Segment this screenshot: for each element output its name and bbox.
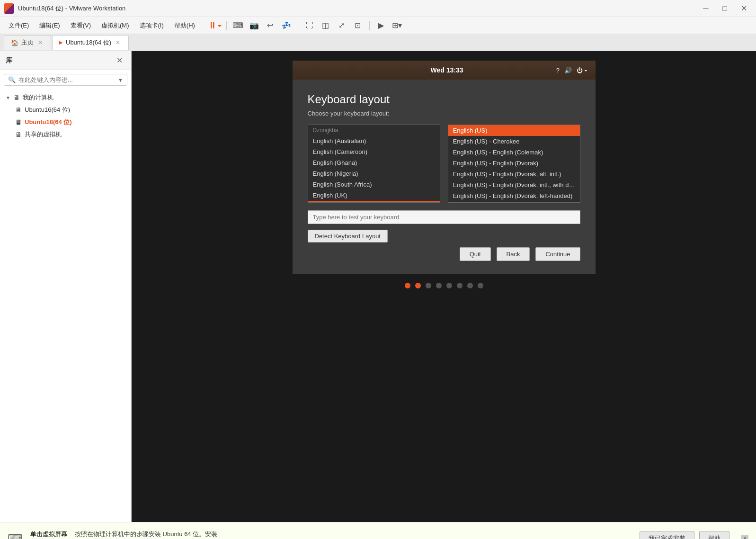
- keyboard-subtitle: Choose your keyboard layout:: [308, 110, 580, 117]
- tree-ubuntu18[interactable]: 🖥 Ubuntu18(64 位): [0, 116, 131, 128]
- snapshot-icon[interactable]: 📷: [248, 19, 261, 32]
- power-icon: ⏻ ▾: [577, 67, 588, 74]
- tab-bar: 🏠 主页 ✕ ▶ Ubuntu18(64 位) ✕: [0, 34, 756, 51]
- dot-7: [467, 283, 473, 288]
- continue-button[interactable]: Continue: [535, 247, 580, 261]
- separator3: [369, 21, 370, 30]
- tab-ubuntu18-close[interactable]: ✕: [114, 39, 122, 46]
- maximize-button[interactable]: □: [716, 2, 733, 15]
- sidebar-title: 库: [6, 56, 12, 65]
- list-item-english-gh[interactable]: English (Ghana): [308, 157, 440, 168]
- list-item-dzongkha[interactable]: Dzongkha: [308, 125, 440, 135]
- right-item-dvorak-right[interactable]: English (US) - English (Dvorak, right-ha…: [448, 201, 580, 203]
- bottom-actions: 我已完成安装 帮助: [640, 531, 729, 539]
- menu-view[interactable]: 查看(V): [66, 19, 96, 32]
- dot-5: [446, 283, 452, 288]
- quit-button[interactable]: Quit: [460, 247, 491, 261]
- ubuntu-body: Keyboard layout Choose your keyboard lay…: [293, 80, 596, 274]
- fullscreen-icon[interactable]: ⛶: [303, 19, 316, 32]
- pause-icon[interactable]: ⏸▾: [208, 19, 222, 32]
- search-input[interactable]: [18, 76, 115, 83]
- list-item-english-au[interactable]: English (Australian): [308, 135, 440, 146]
- sidebar: 库 ✕ 🔍 ▼ ▼ 🖥 我的计算机 🖥 Ubuntu16(64 位) 🖥 Ubu…: [0, 51, 132, 522]
- tree-shared-label: 共享的虚拟机: [25, 130, 62, 139]
- vm-icon: ▶: [59, 40, 63, 45]
- tab-ubuntu18[interactable]: ▶ Ubuntu18(64 位) ✕: [52, 35, 129, 50]
- vm-icon-ubuntu16: 🖥: [15, 106, 22, 114]
- workspace: 库 ✕ 🔍 ▼ ▼ 🖥 我的计算机 🖥 Ubuntu16(64 位) 🖥 Ubu…: [0, 51, 756, 522]
- ubuntu-window: Wed 13:33 ? 🔊 ⏻ ▾ Keyboard layout Choose…: [293, 61, 596, 297]
- extra-icon[interactable]: ⊞▾: [391, 19, 404, 32]
- search-bar: 🔍 ▼: [4, 74, 127, 86]
- dot-1: [405, 283, 410, 288]
- tab-home-label: 主页: [21, 38, 34, 47]
- menu-tab[interactable]: 选项卡(I): [135, 19, 169, 32]
- tree-ubuntu18-label: Ubuntu18(64 位): [25, 118, 72, 126]
- tree-shared-vm[interactable]: 🖥 共享的虚拟机: [0, 128, 131, 141]
- detect-keyboard-button[interactable]: Detect Keyboard Layout: [308, 230, 388, 243]
- shrink-icon[interactable]: ⊡: [351, 19, 365, 32]
- back-button[interactable]: Back: [497, 247, 530, 261]
- tree-my-computer[interactable]: ▼ 🖥 我的计算机: [0, 91, 131, 104]
- right-item-dvorak-alt[interactable]: English (US) - English (Dvorak, alt. int…: [448, 169, 580, 180]
- vm-content[interactable]: Wed 13:33 ? 🔊 ⏻ ▾ Keyboard layout Choose…: [132, 51, 756, 522]
- library-tree: ▼ 🖥 我的计算机 🖥 Ubuntu16(64 位) 🖥 Ubuntu18(64…: [0, 90, 131, 522]
- right-item-cherokee[interactable]: English (US) - Cherokee: [448, 136, 580, 147]
- right-item-dvorak-intl[interactable]: English (US) - English (Dvorak, intl., w…: [448, 180, 580, 190]
- sidebar-close-button[interactable]: ✕: [114, 55, 125, 66]
- hint-line1: 单击虚拟屏幕: [30, 530, 67, 539]
- revert-icon[interactable]: ↩: [264, 19, 277, 32]
- menu-help[interactable]: 帮助(H): [169, 19, 200, 32]
- tab-ubuntu18-label: Ubuntu18(64 位): [66, 38, 111, 47]
- sidebar-header: 库 ✕: [0, 51, 131, 70]
- keyboard-action-buttons: Quit Back Continue: [308, 247, 580, 261]
- right-item-english-us[interactable]: English (US): [448, 125, 580, 136]
- title-controls: ─ □ ✕: [697, 2, 752, 15]
- tree-expand-arrow: ▼: [6, 95, 10, 100]
- close-button[interactable]: ✕: [735, 2, 752, 15]
- keyboard-lists: Dzongkha English (Australian) English (C…: [308, 125, 580, 203]
- list-item-english-uk[interactable]: English (UK): [308, 190, 440, 201]
- keyboard-send-icon: ⌨: [8, 532, 23, 539]
- shared-vm-icon: 🖥: [15, 131, 22, 138]
- keyboard-right-list[interactable]: English (US) English (US) - Cherokee Eng…: [448, 125, 580, 203]
- send-ctrl-icon[interactable]: ⌨: [231, 19, 245, 32]
- right-item-colemak[interactable]: English (US) - English (Colemak): [448, 147, 580, 158]
- help-button[interactable]: 帮助: [699, 531, 729, 539]
- window-title: Ubuntu18(64 位) - VMware Workstation: [18, 4, 694, 13]
- unity-icon[interactable]: ◫: [319, 19, 332, 32]
- ubuntu-topbar: Wed 13:33 ? 🔊 ⏻ ▾: [293, 61, 596, 80]
- tab-home[interactable]: 🏠 主页 ✕: [4, 35, 51, 50]
- right-item-dvorak[interactable]: English (US) - English (Dvorak): [448, 158, 580, 169]
- separator: [226, 21, 227, 30]
- right-item-dvorak-left[interactable]: English (US) - English (Dvorak, left-han…: [448, 190, 580, 201]
- dot-4: [436, 283, 442, 288]
- complete-install-button[interactable]: 我已完成安装: [640, 531, 694, 539]
- search-dropdown-icon[interactable]: ▼: [118, 77, 123, 83]
- separator2: [298, 21, 298, 30]
- tab-home-close[interactable]: ✕: [36, 39, 44, 46]
- menu-vm[interactable]: 虚拟机(M): [97, 19, 134, 32]
- list-item-english-ng[interactable]: English (Nigeria): [308, 168, 440, 179]
- keyboard-test-input[interactable]: [308, 210, 580, 224]
- tree-my-computer-label: 我的计算机: [23, 93, 53, 102]
- minimize-button[interactable]: ─: [697, 2, 714, 15]
- list-item-english-us[interactable]: English (US): [308, 201, 440, 203]
- stretch-icon[interactable]: ⤢: [335, 19, 348, 32]
- title-bar: Ubuntu18(64 位) - VMware Workstation ─ □ …: [0, 0, 756, 17]
- console-icon[interactable]: ▶: [374, 19, 388, 32]
- bottom-bar-close[interactable]: ✕: [741, 535, 748, 539]
- tree-ubuntu16-label: Ubuntu16(64 位): [25, 106, 70, 114]
- list-item-english-cm[interactable]: English (Cameroon): [308, 146, 440, 157]
- menu-file[interactable]: 文件(E): [4, 19, 34, 32]
- keyboard-left-list[interactable]: Dzongkha English (Australian) English (C…: [308, 125, 440, 203]
- ubuntu-clock: Wed 13:33: [338, 66, 556, 74]
- dot-6: [457, 283, 462, 288]
- dot-8: [478, 283, 483, 288]
- menu-edit[interactable]: 编辑(E): [35, 19, 64, 32]
- volume-icon: 🔊: [564, 67, 572, 74]
- tree-ubuntu16[interactable]: 🖥 Ubuntu16(64 位): [0, 104, 131, 116]
- ubuntu-tray: ? 🔊 ⏻ ▾: [556, 67, 588, 74]
- suspend-icon[interactable]: 💤: [280, 19, 293, 32]
- list-item-english-za[interactable]: English (South Africa): [308, 179, 440, 190]
